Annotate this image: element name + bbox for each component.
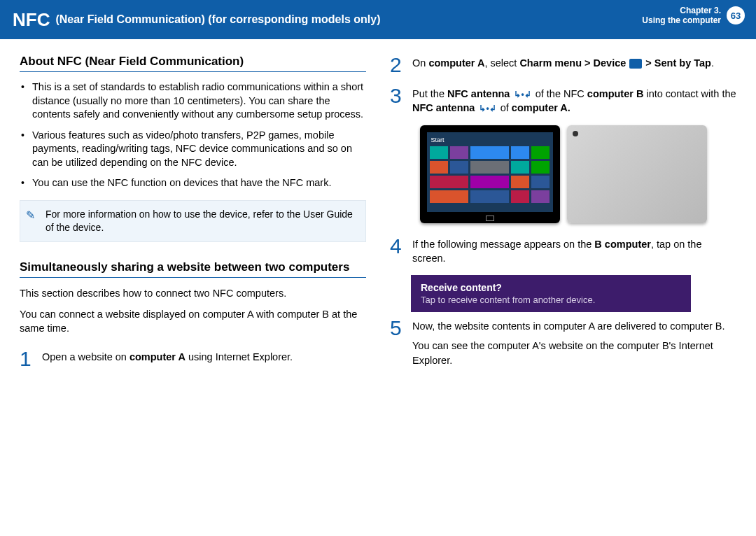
step-3-body: Put the NFC antenna ↳•↲ of the NFC compu… — [412, 85, 736, 115]
tile — [511, 176, 529, 188]
receive-title: Receive content? — [421, 282, 681, 293]
tile — [531, 146, 550, 159]
step-1: 1 Open a website on computer A using Int… — [20, 348, 366, 369]
page-number-badge: 63 — [727, 6, 745, 24]
chapter-line2: Using the computer — [642, 15, 721, 25]
tile — [470, 190, 509, 203]
step-1-text-b: using Internet Explorer. — [186, 351, 293, 362]
home-button-icon — [486, 216, 494, 221]
step-number: 2 — [390, 55, 405, 76]
step-2: 2 On computer A, select Charm menu > Dev… — [390, 55, 736, 76]
tile — [511, 190, 529, 203]
tablet-screen: Start — [427, 132, 553, 212]
step-5-text-1: Now, the website contents in computer A … — [412, 319, 736, 333]
step-4: 4 If the following message appears on th… — [390, 236, 736, 266]
tile — [430, 190, 468, 203]
step-2-body: On computer A, select Charm menu > Devic… — [412, 55, 714, 76]
bullet-item: Various features such as video/photo tra… — [20, 129, 366, 170]
chapter-label: Chapter 3. Using the computer — [642, 6, 721, 26]
note-icon: ✎ — [26, 208, 35, 223]
heading-about-nfc: About NFC (Near Field Communication) — [20, 55, 366, 72]
receive-subtitle: Tap to receive content from another devi… — [421, 295, 681, 305]
chapter-line1: Chapter 3. — [642, 6, 721, 15]
tablet-illustration: Start — [390, 125, 736, 223]
receive-content-prompt: Receive content? Tap to receive content … — [411, 275, 691, 312]
tablet-front: Start — [420, 125, 560, 223]
step-number: 1 — [20, 348, 35, 369]
header-title-main: NFC — [13, 9, 50, 31]
step-5-text-2: You can see the computer A's website on … — [412, 339, 736, 367]
tile — [450, 161, 468, 174]
left-column: About NFC (Near Field Communication) Thi… — [20, 55, 366, 383]
step-4-body: If the following message appears on the … — [412, 236, 736, 266]
step-3: 3 Put the NFC antenna ↳•↲ of the NFC com… — [390, 85, 736, 115]
page-header: NFC (Near Field Communication) (for corr… — [0, 0, 756, 39]
tablet-back — [567, 125, 707, 223]
tile — [511, 161, 529, 174]
device-icon — [629, 59, 642, 69]
about-bullet-list: This is a set of standards to establish … — [20, 80, 366, 190]
right-column: 2 On computer A, select Charm menu > Dev… — [390, 55, 736, 383]
tile — [531, 176, 550, 188]
tile — [470, 146, 509, 159]
note-text: For more information on how to use the d… — [46, 209, 353, 233]
step-1-body: Open a website on computer A using Inter… — [42, 348, 293, 369]
header-title-sub: (Near Field Communication) (for correspo… — [55, 13, 380, 26]
step-1-bold: computer A — [130, 351, 186, 362]
step-5-body: Now, the website contents in computer A … — [412, 318, 736, 373]
tile — [430, 146, 448, 159]
tile — [430, 176, 468, 188]
nfc-antenna-icon: ↳•↲ — [479, 103, 496, 115]
start-label: Start — [430, 135, 550, 146]
tile — [450, 146, 468, 159]
header-right: Chapter 3. Using the computer 63 — [642, 6, 745, 26]
nfc-antenna-icon: ↳•↲ — [514, 89, 531, 101]
tile — [470, 161, 509, 174]
content-area: About NFC (Near Field Communication) Thi… — [0, 39, 756, 383]
share-intro-2: You can connect a website displayed on c… — [20, 307, 366, 336]
heading-sharing: Simultaneously sharing a website between… — [20, 260, 366, 278]
step-number: 3 — [390, 85, 405, 115]
step-5: 5 Now, the website contents in computer … — [390, 318, 736, 373]
step-number: 4 — [390, 236, 405, 266]
bullet-item: This is a set of standards to establish … — [20, 80, 366, 122]
note-box: ✎ For more information on how to use the… — [20, 200, 366, 242]
share-intro-1: This section describes how to connect tw… — [20, 286, 366, 300]
bullet-item: You can use the NFC function on devices … — [20, 176, 366, 190]
step-number: 5 — [390, 318, 405, 373]
step-1-text-a: Open a website on — [42, 351, 130, 362]
tile — [511, 146, 529, 159]
start-tiles — [430, 146, 550, 203]
tile — [430, 161, 448, 174]
tile — [470, 176, 509, 188]
tile — [531, 190, 550, 203]
tile — [531, 161, 550, 174]
